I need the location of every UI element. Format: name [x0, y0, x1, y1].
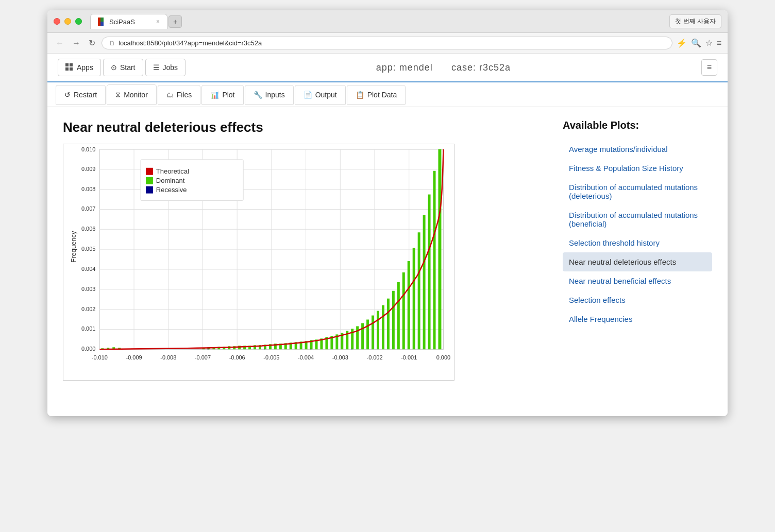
svg-rect-2 [100, 22, 104, 26]
svg-text:0.008: 0.008 [81, 186, 95, 192]
sidebar-link-avg-mutations[interactable]: Average mutations/individual [563, 140, 712, 159]
tab-plot[interactable]: 📊 Plot [201, 85, 243, 105]
svg-rect-74 [413, 248, 415, 349]
sidebar-link-allele-freq[interactable]: Allele Frequencies [563, 310, 712, 329]
svg-rect-68 [382, 305, 384, 350]
apps-grid-icon [65, 63, 74, 72]
svg-text:-0.010: -0.010 [92, 354, 108, 361]
plotdata-icon: 📋 [356, 91, 364, 99]
tab-restart[interactable]: ↺ Restart [56, 85, 106, 105]
svg-rect-113 [146, 186, 153, 194]
title-bar: SciPaaS × + 첫 번째 사용자 [47, 10, 728, 33]
sidebar-link-near-neutral-ben[interactable]: Near neutral beneficial effects [563, 271, 712, 290]
url-bar[interactable]: 🗋 localhost:8580/plot/34?app=mendel&cid=… [102, 37, 672, 49]
sidebar-link-near-neutral-del[interactable]: Near neutral deleterious effects [563, 252, 712, 271]
bookmark-icon[interactable]: ☆ [705, 38, 713, 48]
new-tab-button[interactable]: + [169, 15, 182, 28]
sidebar-link-sel-effects-label: Selection effects [569, 296, 626, 304]
main-content: Near neutral deleterious effects [47, 107, 728, 416]
menu-icon[interactable]: ≡ [717, 39, 721, 48]
tab-files-label: Files [177, 91, 192, 99]
apps-button[interactable]: Apps [58, 59, 101, 76]
jobs-label: Jobs [163, 63, 178, 72]
start-label: Start [120, 63, 136, 72]
sidebar-title: Available Plots: [563, 119, 712, 131]
back-button[interactable]: ← [54, 37, 66, 50]
svg-text:0.007: 0.007 [81, 205, 95, 212]
svg-text:Theoretical: Theoretical [156, 167, 189, 175]
svg-rect-65 [366, 320, 369, 350]
svg-text:-0.008: -0.008 [160, 354, 176, 361]
hamburger-button[interactable]: ≡ [701, 59, 717, 76]
svg-text:-0.003: -0.003 [332, 354, 348, 361]
tab-close-icon[interactable]: × [156, 18, 160, 25]
tab-inputs-label: Inputs [265, 91, 285, 99]
maximize-button[interactable] [75, 18, 82, 25]
restart-icon: ↺ [64, 91, 71, 99]
tab-monitor[interactable]: ⧖ Monitor [107, 84, 157, 105]
svg-rect-71 [397, 282, 400, 349]
chart-svg: Frequency 0.000 0.001 0.002 0.003 0.004 … [63, 144, 454, 381]
lightning-icon: ⚡ [677, 38, 687, 48]
files-icon: 🗂 [166, 91, 174, 99]
svg-rect-111 [146, 177, 153, 184]
svg-text:0.006: 0.006 [81, 226, 95, 232]
svg-text:0.010: 0.010 [81, 146, 95, 152]
tab-output[interactable]: 📄 Output [295, 85, 346, 105]
svg-rect-72 [402, 272, 405, 349]
sidebar-link-sel-effects[interactable]: Selection effects [563, 290, 712, 310]
zoom-icon[interactable]: 🔍 [691, 38, 701, 48]
svg-rect-73 [408, 261, 410, 349]
minimize-button[interactable] [64, 18, 71, 25]
svg-rect-1 [100, 18, 104, 22]
svg-text:-0.009: -0.009 [126, 354, 142, 361]
sidebar-link-near-neutral-ben-label: Near neutral beneficial effects [569, 277, 671, 285]
sidebar-link-sel-thresh[interactable]: Selection threshold history [563, 233, 712, 252]
svg-rect-83 [310, 349, 312, 349]
jobs-button[interactable]: ☰ Jobs [145, 59, 186, 76]
sidebar-link-allele-freq-label: Allele Frequencies [569, 315, 632, 323]
app-name: app: mendel [376, 62, 433, 73]
sidebar-link-fitness-pop[interactable]: Fitness & Population Size History [563, 159, 712, 178]
svg-rect-6 [70, 67, 73, 71]
svg-rect-109 [146, 168, 153, 175]
korean-user-button[interactable]: 첫 번째 사용자 [669, 14, 721, 28]
svg-text:0.004: 0.004 [81, 266, 95, 272]
forward-button[interactable]: → [70, 37, 82, 50]
sidebar-link-dist-ben[interactable]: Distribution of accumulated mutations (b… [563, 205, 712, 233]
svg-text:-0.005: -0.005 [263, 354, 279, 361]
browser-tab[interactable]: SciPaaS × [90, 14, 167, 29]
reload-button[interactable]: ↻ [87, 36, 97, 50]
svg-text:0.005: 0.005 [81, 246, 95, 252]
app-title: app: mendel case: r3c52a [188, 62, 699, 73]
sidebar-link-dist-del-label: Distribution of accumulated mutations (d… [569, 183, 698, 200]
browser-window: SciPaaS × + 첫 번째 사용자 ← → ↻ 🗋 localhost:8… [47, 10, 728, 416]
svg-text:-0.006: -0.006 [229, 354, 245, 361]
svg-text:0.000: 0.000 [436, 354, 450, 361]
output-icon: 📄 [304, 91, 312, 99]
tab-favicon [98, 18, 106, 26]
svg-rect-4 [70, 63, 73, 66]
window-controls [54, 18, 82, 25]
svg-rect-81 [207, 349, 209, 349]
close-button[interactable] [54, 18, 60, 25]
svg-rect-66 [372, 316, 374, 350]
start-button[interactable]: ⊙ Start [103, 59, 143, 76]
start-icon: ⊙ [111, 63, 117, 72]
svg-rect-76 [423, 215, 426, 349]
plot-icon: 📊 [210, 91, 219, 99]
svg-text:-0.007: -0.007 [195, 354, 211, 361]
svg-text:0.002: 0.002 [81, 306, 95, 312]
tab-plotdata[interactable]: 📋 Plot Data [347, 85, 406, 105]
svg-rect-78 [433, 171, 436, 349]
app-nav-bar: Apps ⊙ Start ☰ Jobs app: mendel case: r3… [47, 54, 728, 82]
svg-rect-75 [418, 232, 420, 349]
content-tabs: ↺ Restart ⧖ Monitor 🗂 Files 📊 Plot 🔧 Inp… [47, 82, 728, 107]
sidebar-link-near-neutral-del-label: Near neutral deleterious effects [569, 258, 676, 266]
tab-files[interactable]: 🗂 Files [158, 85, 201, 105]
sidebar-link-dist-del[interactable]: Distribution of accumulated mutations (d… [563, 178, 712, 205]
tab-inputs[interactable]: 🔧 Inputs [245, 85, 294, 105]
tab-restart-label: Restart [74, 91, 97, 99]
tab-output-label: Output [315, 91, 337, 99]
svg-rect-82 [264, 349, 265, 349]
